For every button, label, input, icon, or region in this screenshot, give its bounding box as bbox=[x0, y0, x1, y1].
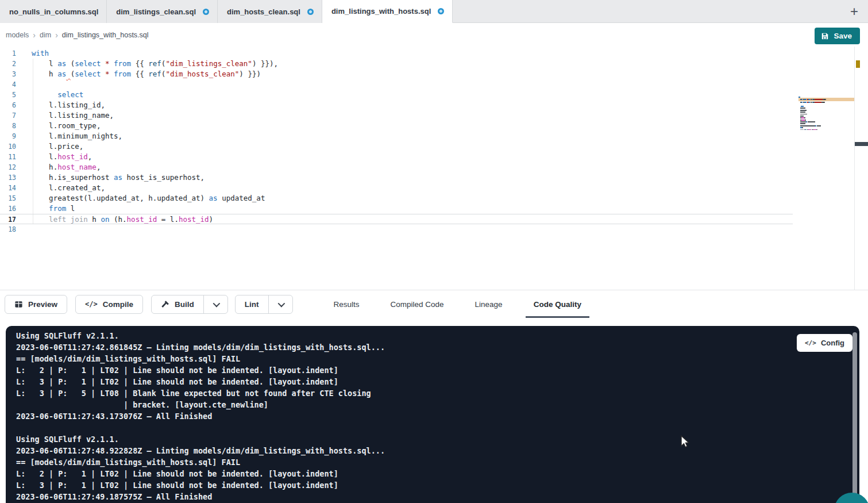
line-number: 2 bbox=[0, 59, 16, 69]
tab-results[interactable]: Results bbox=[326, 290, 368, 318]
file-tab[interactable]: dim_hosts_clean.sql bbox=[218, 0, 322, 23]
breadcrumb: models›dim›dim_listings_with_hosts.sql bbox=[6, 24, 149, 47]
code-editor[interactable]: 1with2 l as (select * from {{ ref("dim_l… bbox=[0, 47, 868, 290]
tab-compiled-code[interactable]: Compiled Code bbox=[383, 290, 452, 318]
line-number: 1 bbox=[0, 48, 16, 59]
lint-output-terminal: Using SQLFluff v2.1.1.2023-06-06T11:27:4… bbox=[6, 326, 859, 503]
line-number: 10 bbox=[0, 141, 16, 152]
overview-ruler-warning-marker bbox=[856, 60, 860, 68]
code-text: l as (select * from {{ ref("dim_listings… bbox=[32, 59, 278, 69]
code-line[interactable]: 12 h.host_name, bbox=[0, 162, 793, 172]
unsaved-changes-dot-icon bbox=[438, 8, 444, 14]
code-line[interactable]: 11 l.host_id, bbox=[0, 152, 793, 162]
terminal-line: L: 2 | P: 1 | LT02 | Line should not be … bbox=[16, 468, 385, 479]
code-line[interactable]: 14 l.created_at, bbox=[0, 183, 793, 193]
line-number: 5 bbox=[0, 90, 16, 100]
preview-button[interactable]: Preview bbox=[5, 295, 67, 314]
code-line[interactable]: 1with bbox=[0, 48, 793, 59]
code-text: l.listing_id, bbox=[32, 100, 105, 110]
lint-config-button[interactable]: </> Config bbox=[797, 334, 852, 352]
code-text: h.host_name, bbox=[32, 162, 101, 172]
code-icon: </> bbox=[805, 339, 816, 347]
lint-button[interactable]: Lint bbox=[236, 295, 268, 313]
code-line[interactable]: 8 l.room_type, bbox=[0, 121, 793, 131]
code-text: l.minimum_nights, bbox=[32, 131, 122, 141]
line-number: 7 bbox=[0, 110, 16, 121]
code-line[interactable]: 7 l.listing_name, bbox=[0, 110, 793, 121]
overview-ruler-divider bbox=[854, 47, 855, 290]
code-line[interactable]: 15 greatest(l.updated_at, h.updated_at) … bbox=[0, 193, 793, 203]
code-text: greatest(l.updated_at, h.updated_at) as … bbox=[32, 193, 265, 203]
breadcrumb-segment[interactable]: models bbox=[6, 31, 29, 39]
file-tab[interactable]: dim_listings_with_hosts.sql bbox=[322, 0, 453, 23]
compile-button[interactable]: </> Compile bbox=[75, 295, 143, 314]
file-tab-label: dim_listings_with_hosts.sql bbox=[331, 7, 431, 16]
code-text: left join h on (h.host_id = l.host_id) bbox=[32, 214, 213, 224]
terminal-line: L: 2 | P: 1 | LT02 | Line should not be … bbox=[16, 364, 385, 376]
code-icon: </> bbox=[85, 300, 98, 308]
action-toolbar: Preview </> Compile Build Lint Results C… bbox=[0, 290, 868, 318]
line-number: 16 bbox=[0, 203, 16, 214]
code-line[interactable]: 13 h.is_superhost as host_is_superhost, bbox=[0, 172, 793, 183]
breadcrumb-segment[interactable]: dim bbox=[40, 31, 51, 39]
code-line[interactable]: 17 left join h on (h.host_id = l.host_id… bbox=[0, 214, 793, 224]
save-icon bbox=[821, 32, 829, 40]
line-number: 13 bbox=[0, 172, 16, 183]
terminal-line: L: 3 | P: 1 | LT02 | Line should not be … bbox=[16, 479, 385, 491]
file-tab[interactable]: dim_listings_clean.sql bbox=[107, 0, 218, 23]
line-number: 3 bbox=[0, 69, 16, 79]
breadcrumb-bar: models›dim›dim_listings_with_hosts.sql S… bbox=[0, 24, 868, 47]
code-line[interactable]: 2 l as (select * from {{ ref("dim_listin… bbox=[0, 59, 793, 69]
unsaved-changes-dot-icon bbox=[307, 9, 314, 15]
file-tabs: no_nulls_in_columns.sqldim_listings_clea… bbox=[0, 0, 453, 22]
code-line[interactable]: 4 bbox=[0, 79, 793, 90]
code-line[interactable]: 5 select bbox=[0, 90, 793, 100]
line-number: 11 bbox=[0, 152, 16, 162]
new-tab-button[interactable]: + bbox=[844, 0, 865, 23]
terminal-line: == [models/dim/dim_listings_with_hosts.s… bbox=[16, 353, 385, 364]
terminal-line bbox=[16, 422, 385, 433]
terminal-line: 2023-06-06T11:27:49.187575Z — All Finish… bbox=[16, 491, 385, 502]
code-lines: 1with2 l as (select * from {{ ref("dim_l… bbox=[0, 48, 793, 235]
file-tab-label: no_nulls_in_columns.sql bbox=[9, 7, 98, 16]
code-line[interactable]: 6 l.listing_id, bbox=[0, 100, 793, 110]
code-text: h as (select * from {{ ref("dim_hosts_cl… bbox=[32, 69, 261, 79]
save-button[interactable]: Save bbox=[815, 28, 860, 44]
hammer-icon bbox=[161, 300, 169, 309]
code-line[interactable]: 10 l.price, bbox=[0, 141, 793, 152]
lint-dropdown-toggle[interactable] bbox=[268, 295, 292, 313]
build-split-button: Build bbox=[151, 295, 228, 314]
code-text: with bbox=[32, 48, 49, 59]
file-tab-label: dim_hosts_clean.sql bbox=[227, 7, 300, 16]
build-button-label: Build bbox=[175, 300, 194, 309]
code-text: l.created_at, bbox=[32, 183, 105, 193]
terminal-output: Using SQLFluff v2.1.1.2023-06-06T11:27:4… bbox=[16, 330, 385, 502]
line-number: 12 bbox=[0, 162, 16, 172]
line-number: 15 bbox=[0, 193, 16, 203]
file-tab[interactable]: no_nulls_in_columns.sql bbox=[0, 0, 107, 23]
code-line[interactable]: 9 l.minimum_nights, bbox=[0, 131, 793, 141]
terminal-line: == [models/dim/dim_listings_with_hosts.s… bbox=[16, 456, 385, 468]
file-tab-label: dim_listings_clean.sql bbox=[116, 7, 196, 16]
code-text: h.is_superhost as host_is_superhost, bbox=[32, 172, 205, 183]
terminal-scrollbar-thumb[interactable] bbox=[852, 332, 857, 500]
build-dropdown-toggle[interactable] bbox=[203, 295, 227, 313]
code-line[interactable]: 18 bbox=[0, 224, 793, 235]
code-line[interactable]: 16 from l bbox=[0, 203, 793, 214]
tab-lineage[interactable]: Lineage bbox=[467, 290, 511, 318]
config-button-label: Config bbox=[821, 339, 844, 347]
terminal-line: Using SQLFluff v2.1.1. bbox=[16, 433, 385, 445]
terminal-line: | bracket. [layout.cte_newline] bbox=[16, 399, 385, 410]
build-button[interactable]: Build bbox=[152, 295, 203, 313]
code-text: l.listing_name, bbox=[32, 110, 114, 121]
minimap[interactable] bbox=[798, 96, 854, 133]
breadcrumb-segment[interactable]: dim_listings_with_hosts.sql bbox=[62, 31, 149, 39]
terminal-line: Using SQLFluff v2.1.1. bbox=[16, 330, 385, 341]
tab-code-quality[interactable]: Code Quality bbox=[526, 290, 589, 318]
code-text: l.room_type, bbox=[32, 121, 101, 131]
lint-split-button: Lint bbox=[235, 295, 293, 314]
table-icon bbox=[14, 300, 23, 309]
compile-button-label: Compile bbox=[103, 300, 133, 309]
code-line[interactable]: 3 h as (select * from {{ ref("dim_hosts_… bbox=[0, 69, 793, 79]
editor-scrollbar-thumb[interactable] bbox=[855, 142, 868, 146]
